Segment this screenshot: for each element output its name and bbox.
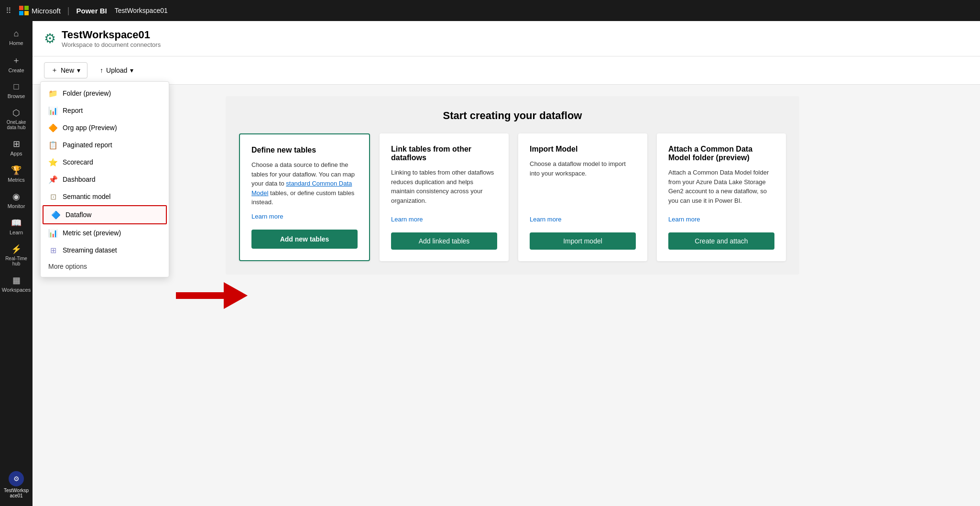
upload-button[interactable]: ↑ Upload ▾	[93, 63, 140, 77]
sidebar-item-label: Real-Timehub	[5, 256, 27, 266]
report-icon: 📊	[48, 106, 58, 115]
apps-grid-icon[interactable]: ⠿	[6, 6, 11, 15]
dropdown-item-label: Dataflow	[65, 211, 91, 219]
browse-icon: □	[14, 82, 19, 92]
dropdown-item-label: Org app (Preview)	[63, 124, 117, 132]
dropdown-item-report[interactable]: 📊 Report	[41, 102, 169, 119]
sidebar-item-home[interactable]: ⌂ Home	[2, 25, 31, 50]
dropdown-item-label: Scorecard	[63, 158, 93, 166]
sidebar-item-realtime[interactable]: ⚡ Real-Timehub	[2, 240, 31, 270]
toolbar: ＋ New ▾ ↑ Upload ▾ 📁 Folder (preview) 📊 …	[33, 56, 980, 85]
add-linked-tables-button[interactable]: Add linked tables	[391, 232, 497, 250]
link-tables-card: Link tables from other dataflows Linking…	[380, 133, 509, 261]
dropdown-item-scorecard[interactable]: ⭐ Scorecard	[41, 154, 169, 171]
apps-icon: ⊞	[13, 139, 20, 149]
learn-icon: 📖	[11, 218, 22, 228]
dropdown-more-options[interactable]: More options	[41, 259, 169, 274]
dataflow-icon: 🔷	[51, 210, 61, 220]
sidebar-item-label: Monitor	[8, 203, 25, 209]
dropdown-item-label: Semantic model	[63, 193, 110, 200]
attach-cdm-card: Attach a Common Data Model folder (previ…	[657, 133, 786, 261]
sidebar-item-label: Apps	[10, 151, 22, 156]
paginated-icon: 📋	[48, 140, 58, 150]
sidebar-item-learn[interactable]: 📖 Learn	[2, 214, 31, 239]
dropdown-item-streaming[interactable]: ⊞ Streaming dataset	[41, 242, 169, 259]
workspace-label: TestWorkspace01	[4, 488, 29, 498]
learn-more-link-link[interactable]: Learn more	[391, 216, 497, 223]
dropdown-item-metricset[interactable]: 📊 Metric set (preview)	[41, 224, 169, 242]
cards-row: Define new tables Choose a data source t…	[239, 133, 786, 261]
create-and-attach-button[interactable]: Create and attach	[668, 232, 774, 250]
sidebar-item-workspace[interactable]: ⚙ TestWorkspace01	[2, 467, 31, 502]
learn-more-link-attach[interactable]: Learn more	[668, 216, 774, 223]
sidebar-item-apps[interactable]: ⊞ Apps	[2, 135, 31, 160]
workspace-label: TestWorkspace01	[115, 7, 168, 14]
create-icon: ＋	[12, 55, 21, 66]
upload-icon: ↑	[100, 66, 103, 74]
card-title: Attach a Common Data Model folder (previ…	[668, 145, 774, 162]
microsoft-logo: Microsoft	[19, 6, 61, 15]
dropdown-item-label: Streaming dataset	[63, 246, 117, 254]
arrow-head	[224, 282, 248, 309]
chevron-down-icon: ▾	[130, 66, 133, 74]
sidebar-item-monitor[interactable]: ◉ Monitor	[2, 187, 31, 213]
dropdown-item-label: Paginated report	[63, 141, 112, 149]
learn-more-link-define[interactable]: Learn more	[251, 213, 358, 220]
arrow-indicator	[176, 282, 248, 309]
onelake-icon: ⬡	[12, 108, 20, 118]
plus-icon: ＋	[51, 66, 58, 75]
realtime-icon: ⚡	[11, 244, 22, 254]
add-new-tables-button[interactable]: Add new tables	[251, 230, 358, 249]
orgapp-icon: 🔶	[48, 123, 58, 132]
card-title: Define new tables	[251, 146, 358, 154]
arrow-body	[176, 292, 224, 299]
new-label: New	[61, 66, 74, 74]
workspace-avatar: ⚙	[9, 471, 24, 486]
sidebar-item-browse[interactable]: □ Browse	[2, 78, 31, 103]
topbar: ⠿ Microsoft | Power BI TestWorkspace01	[0, 0, 980, 21]
sidebar-item-label: Metrics	[8, 177, 24, 183]
dataflow-panel: Start creating your dataflow Define new …	[226, 96, 799, 275]
dropdown-item-dashboard[interactable]: 📌 Dashboard	[41, 171, 169, 188]
brand-label: Microsoft	[32, 7, 61, 15]
import-model-button[interactable]: Import model	[530, 232, 636, 250]
sidebar-item-label: Browse	[8, 93, 25, 99]
upload-label: Upload	[106, 66, 127, 74]
dropdown-item-paginated[interactable]: 📋 Paginated report	[41, 136, 169, 154]
workspace-header: ⚙ TestWorkspace01 Workspace to document …	[33, 21, 980, 56]
sidebar-item-workspaces[interactable]: ▦ Workspaces	[2, 271, 31, 297]
workspace-subtitle: Workspace to document connectors	[62, 41, 161, 48]
metrics-icon: 🏆	[11, 165, 22, 176]
sidebar: ⌂ Home ＋ Create □ Browse ⬡ OneLakedata h…	[0, 21, 33, 506]
dropdown-item-dataflow[interactable]: 🔷 Dataflow	[43, 205, 167, 224]
dropdown-item-label: Report	[63, 107, 83, 114]
separator: |	[67, 6, 70, 16]
ms-squares-icon	[19, 6, 29, 15]
dropdown-item-folder[interactable]: 📁 Folder (preview)	[41, 85, 169, 102]
workspace-title: TestWorkspace01	[62, 29, 161, 41]
sidebar-item-create[interactable]: ＋ Create	[2, 51, 31, 77]
new-dropdown-menu: 📁 Folder (preview) 📊 Report 🔶 Org app (P…	[40, 81, 169, 277]
dropdown-item-label: Folder (preview)	[63, 89, 111, 97]
card-description: Linking to tables from other dataflows r…	[391, 168, 497, 210]
metricset-icon: 📊	[48, 228, 58, 238]
dropdown-item-label: Dashboard	[63, 176, 96, 183]
folder-icon: 📁	[48, 88, 58, 98]
sidebar-item-label: Create	[8, 67, 24, 73]
new-button[interactable]: ＋ New ▾	[44, 62, 87, 78]
card-description: Choose a dataflow model to import into y…	[530, 159, 636, 210]
learn-more-link-import[interactable]: Learn more	[530, 216, 636, 223]
dropdown-item-orgapp[interactable]: 🔶 Org app (Preview)	[41, 119, 169, 136]
card-description: Attach a Common Data Model folder from y…	[668, 168, 774, 210]
product-label: Power BI	[76, 7, 107, 15]
dropdown-item-semantic[interactable]: ⊡ Semantic model	[41, 188, 169, 205]
dropdown-item-label: Metric set (preview)	[63, 229, 121, 237]
dataflow-panel-title: Start creating your dataflow	[239, 110, 786, 122]
chevron-down-icon: ▾	[77, 66, 80, 74]
streaming-icon: ⊞	[48, 245, 58, 255]
card-description: Choose a data source to define the table…	[251, 160, 358, 207]
sidebar-item-metrics[interactable]: 🏆 Metrics	[2, 161, 31, 187]
sidebar-item-onelake[interactable]: ⬡ OneLakedata hub	[2, 104, 31, 134]
page-content: Start creating your dataflow Define new …	[33, 85, 980, 506]
import-model-card: Import Model Choose a dataflow model to …	[518, 133, 647, 261]
